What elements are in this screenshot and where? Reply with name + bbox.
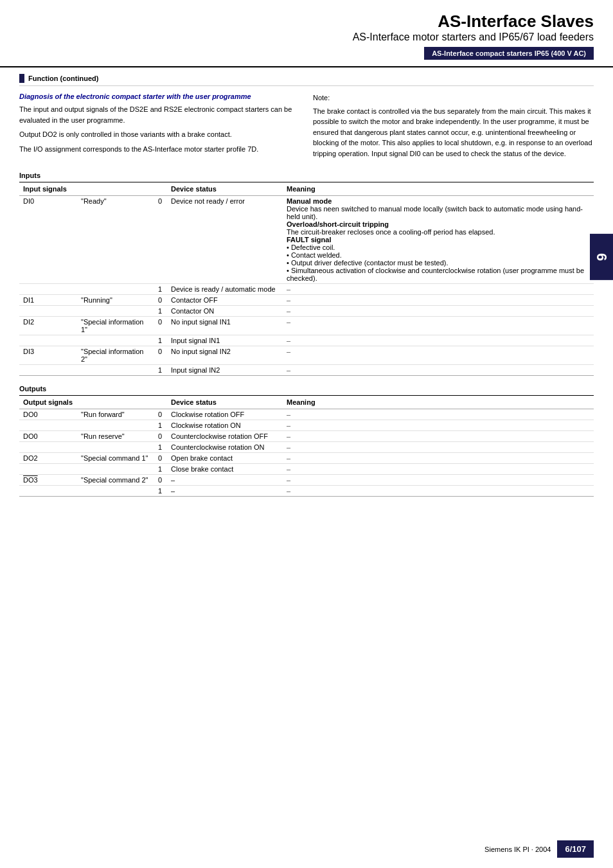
output-device-status: Close brake contact bbox=[167, 464, 283, 475]
output-device-status: Open brake contact bbox=[167, 453, 283, 464]
inputs-col-value bbox=[154, 182, 167, 196]
footer-page-num: 6/107 bbox=[557, 840, 594, 858]
input-device-status: Contactor ON bbox=[167, 306, 283, 317]
outputs-col-signal: Output signals bbox=[19, 396, 77, 409]
output-device-status: Clockwise rotation OFF bbox=[167, 409, 283, 420]
output-meaning: – bbox=[283, 431, 594, 442]
note-label: Note: bbox=[313, 93, 594, 103]
table-row: DI3"Special information 2"0No input sign… bbox=[19, 346, 594, 365]
output-name bbox=[77, 464, 154, 475]
outputs-col-name bbox=[77, 396, 154, 409]
section-heading: Function (continued) bbox=[19, 74, 594, 86]
input-signal bbox=[19, 284, 77, 295]
input-meaning: – bbox=[283, 317, 594, 335]
input-device-status: Input signal IN1 bbox=[167, 335, 283, 346]
table-row: 1Clockwise rotation ON– bbox=[19, 420, 594, 431]
output-value: 0 bbox=[154, 409, 167, 420]
output-name: "Run forward" bbox=[77, 409, 154, 420]
section-heading-text: Function (continued) bbox=[28, 75, 98, 82]
inputs-col-status: Device status bbox=[167, 182, 283, 196]
table-row: 1Device is ready / automatic mode– bbox=[19, 284, 594, 295]
outputs-table: Output signals Device status Meaning DO0… bbox=[19, 395, 594, 497]
outputs-col-meaning: Meaning bbox=[283, 396, 594, 409]
table-row: DI2"Special information 1"0No input sign… bbox=[19, 317, 594, 335]
output-name: "Run reserve" bbox=[77, 431, 154, 442]
two-col-layout: Diagnosis of the electronic compact star… bbox=[19, 93, 594, 163]
input-value: 0 bbox=[154, 196, 167, 284]
output-signal bbox=[19, 442, 77, 453]
output-value: 0 bbox=[154, 475, 167, 486]
input-name bbox=[77, 284, 154, 295]
output-meaning: – bbox=[283, 453, 594, 464]
output-name bbox=[77, 442, 154, 453]
footer-text: Siemens IK PI · 2004 bbox=[484, 846, 551, 853]
header: AS-Interface Slaves AS-Interface motor s… bbox=[0, 0, 613, 67]
output-device-status: Clockwise rotation ON bbox=[167, 420, 283, 431]
inputs-col-signal: Input signals bbox=[19, 182, 77, 196]
input-name bbox=[77, 365, 154, 376]
input-signal: DI0 bbox=[19, 196, 77, 284]
output-signal: DO3 bbox=[19, 475, 77, 486]
input-device-status: Device is ready / automatic mode bbox=[167, 284, 283, 295]
output-signal bbox=[19, 420, 77, 431]
input-device-status: Device not ready / error bbox=[167, 196, 283, 284]
inputs-table: Input signals Device status Meaning DI0"… bbox=[19, 182, 594, 376]
inputs-col-meaning: Meaning bbox=[283, 182, 594, 196]
output-value: 1 bbox=[154, 464, 167, 475]
table-row: 1Input signal IN1– bbox=[19, 335, 594, 346]
right-para1: The brake contact is controlled via the … bbox=[313, 106, 594, 159]
outputs-col-value bbox=[154, 396, 167, 409]
table-row: DO0"Run forward"0Clockwise rotation OFF– bbox=[19, 409, 594, 420]
input-signal bbox=[19, 306, 77, 317]
output-value: 1 bbox=[154, 486, 167, 497]
main-title: AS-Interface Slaves bbox=[19, 12, 594, 31]
input-value: 1 bbox=[154, 284, 167, 295]
output-meaning: – bbox=[283, 420, 594, 431]
subsection-title: Diagnosis of the electronic compact star… bbox=[19, 93, 300, 100]
content: Function (continued) Diagnosis of the el… bbox=[0, 67, 613, 512]
output-name bbox=[77, 486, 154, 497]
input-meaning: – bbox=[283, 284, 594, 295]
input-device-status: Contactor OFF bbox=[167, 295, 283, 306]
table-row: 1Contactor ON– bbox=[19, 306, 594, 317]
output-device-status: Counterclockwise rotation ON bbox=[167, 442, 283, 453]
output-signal: DO2 bbox=[19, 453, 77, 464]
input-signal: DI3 bbox=[19, 346, 77, 365]
input-name bbox=[77, 335, 154, 346]
input-name: "Running" bbox=[77, 295, 154, 306]
left-para2: Output DO2 is only controlled in those v… bbox=[19, 129, 300, 140]
input-meaning: – bbox=[283, 346, 594, 365]
output-signal: DO0 bbox=[19, 431, 77, 442]
table-row: 1Input signal IN2– bbox=[19, 365, 594, 376]
sub-title: AS-Interface motor starters and IP65/67 … bbox=[19, 31, 594, 43]
output-meaning: – bbox=[283, 464, 594, 475]
output-meaning: – bbox=[283, 442, 594, 453]
input-value: 0 bbox=[154, 295, 167, 306]
output-meaning: – bbox=[283, 409, 594, 420]
input-name: "Special information 1" bbox=[77, 317, 154, 335]
table-row: DO0"Run reserve"0Counterclockwise rotati… bbox=[19, 431, 594, 442]
page: AS-Interface Slaves AS-Interface motor s… bbox=[0, 0, 613, 868]
input-device-status: Input signal IN2 bbox=[167, 365, 283, 376]
output-name: "Special command 1" bbox=[77, 453, 154, 464]
output-name bbox=[77, 420, 154, 431]
table-row: DO3"Special command 2"0–– bbox=[19, 475, 594, 486]
output-value: 1 bbox=[154, 442, 167, 453]
section-heading-bar bbox=[19, 74, 24, 83]
side-tab: 6 bbox=[590, 234, 613, 280]
input-meaning: – bbox=[283, 365, 594, 376]
left-column: Diagnosis of the electronic compact star… bbox=[19, 93, 300, 163]
right-column: Note: The brake contact is controlled vi… bbox=[313, 93, 594, 163]
output-device-status: – bbox=[167, 475, 283, 486]
header-badge: AS-Interface compact starters IP65 (400 … bbox=[424, 47, 594, 60]
inputs-col-name bbox=[77, 182, 154, 196]
output-name: "Special command 2" bbox=[77, 475, 154, 486]
input-value: 1 bbox=[154, 365, 167, 376]
input-device-status: No input signal IN2 bbox=[167, 346, 283, 365]
table-row: 1Counterclockwise rotation ON– bbox=[19, 442, 594, 453]
input-meaning: – bbox=[283, 306, 594, 317]
input-meaning: Manual modeDevice has neen switched to m… bbox=[283, 196, 594, 284]
output-device-status: Counterclockwise rotation OFF bbox=[167, 431, 283, 442]
output-value: 0 bbox=[154, 453, 167, 464]
input-signal: DI2 bbox=[19, 317, 77, 335]
